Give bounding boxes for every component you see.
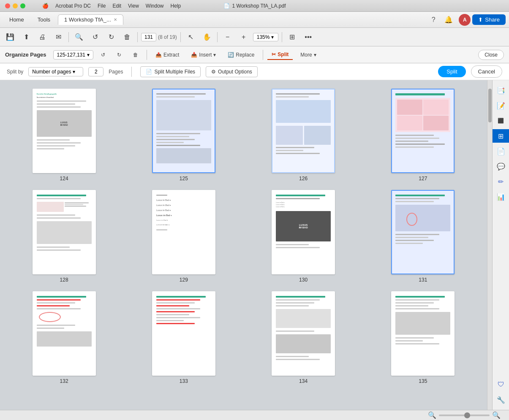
split-bar-divider	[131, 67, 132, 77]
page-thumb-125[interactable]: 125	[128, 89, 239, 182]
page-131-img	[395, 205, 450, 231]
maximize-window-button[interactable]	[20, 3, 25, 8]
share-button[interactable]: ⬆ Share	[472, 14, 506, 25]
split-by-selector[interactable]: Number of pages ▾	[28, 67, 83, 76]
extract-button[interactable]: 📤 Extract	[151, 50, 183, 60]
tab-active-document[interactable]: 1 Workshop TfA_... ✕	[58, 14, 123, 25]
page-thumb-133[interactable]: 133	[128, 291, 239, 384]
insert-button[interactable]: 📥 Insert ▾	[187, 50, 220, 60]
page-130-bar3	[276, 244, 309, 245]
page-134-bar1	[276, 296, 325, 298]
menu-app[interactable]: Acrobat Pro DC	[55, 3, 91, 9]
page-thumb-129[interactable]: Luxus im Bad ♦ Luxus im Bad ♦ Luxus im B…	[128, 190, 239, 283]
tab-tools[interactable]: Tools	[32, 15, 56, 24]
scrollbar-thumb[interactable]	[488, 89, 492, 122]
undo-organize-button[interactable]: ↺	[97, 50, 109, 60]
page-thumb-134[interactable]: 134	[248, 291, 359, 384]
pages-count-input[interactable]	[88, 67, 103, 76]
user-avatar[interactable]: A	[459, 14, 471, 26]
notifications-icon[interactable]: 🔔	[444, 15, 454, 25]
help-icon[interactable]: ?	[428, 15, 438, 25]
page-thumb-131[interactable]: 131	[367, 190, 479, 283]
tab-close-button[interactable]: ✕	[114, 17, 117, 22]
zoom-slider-input[interactable]	[439, 415, 490, 416]
menu-file[interactable]: File	[98, 3, 106, 9]
scrollbar[interactable]	[487, 80, 492, 410]
delete-pages-button[interactable]: 🗑	[129, 50, 142, 60]
right-panel-pdf-icon[interactable]: 📑	[494, 84, 508, 97]
zoom-out-button[interactable]: −	[221, 30, 234, 44]
print-button[interactable]: 🖨	[35, 30, 49, 44]
page-num-134: 134	[299, 378, 308, 384]
page-thumb-128[interactable]: 128	[8, 190, 120, 283]
close-organize-button[interactable]: Close	[478, 50, 504, 60]
right-panel-forms-icon[interactable]: 📊	[494, 190, 508, 203]
page-135-bar3	[395, 302, 434, 303]
right-panel-scan-icon[interactable]: ⬛	[494, 114, 508, 127]
layout-icon[interactable]: ⊞	[286, 30, 299, 44]
page-134-bar5	[276, 331, 314, 332]
page-thumb-124[interactable]: Korrekte Detailtypografie Das einfachste…	[8, 89, 120, 182]
page-128-col2-bar2	[65, 204, 84, 205]
page-number-input[interactable]	[141, 33, 156, 41]
bottom-bar: 🔍 🔍	[0, 410, 509, 420]
page-thumb-127[interactable]: 127	[367, 89, 479, 182]
page-124-bar5	[37, 142, 81, 144]
split-button[interactable]: ✂ Split	[267, 50, 293, 60]
replace-button[interactable]: 🔄 Replace	[223, 50, 259, 60]
page-127-cell2	[423, 100, 449, 115]
right-panel-organize-icon[interactable]: ⊞	[493, 129, 509, 143]
right-panel-protect-icon[interactable]: 🛡	[494, 378, 508, 391]
thumb-frame-132	[33, 291, 96, 376]
zoom-out-search-button[interactable]: 🔍	[72, 30, 86, 44]
page-thumb-130[interactable]: Luxus im Bad ♦ Luxus im Bad ♦ Luxus im B…	[248, 190, 359, 283]
output-options-button[interactable]: ⚙ Output Options	[206, 66, 258, 77]
redo-button[interactable]: ↻	[104, 30, 118, 44]
tab-home[interactable]: Home	[3, 15, 30, 24]
undo-button[interactable]: ↺	[88, 30, 102, 44]
apple-menu[interactable]: 🍎	[42, 3, 49, 9]
menu-window[interactable]: Window	[146, 3, 164, 9]
save-button[interactable]: 💾	[3, 30, 17, 44]
window-controls[interactable]	[5, 3, 25, 8]
page-range-selector[interactable]: 125-127,131 ▾	[53, 50, 93, 60]
split-action-button[interactable]: Split	[438, 66, 465, 77]
page-130-t1: Luxus im Bad ♦	[276, 202, 331, 203]
page-128-bar6	[37, 249, 81, 251]
more-options-button[interactable]: •••	[302, 30, 315, 44]
page-130-t3: Luxus im Bad ♦	[276, 206, 331, 208]
page-127-cell4	[423, 116, 449, 131]
menu-help[interactable]: Help	[171, 3, 181, 9]
page-130-text-area: Luxus im Bad ♦ Luxus im Bad ♦ Luxus im B…	[276, 202, 331, 208]
page-thumb-132[interactable]: 132	[8, 291, 120, 384]
minimize-window-button[interactable]	[13, 3, 18, 8]
delete-button[interactable]: 🗑	[120, 30, 134, 44]
right-panel-sign-icon[interactable]: ✏	[494, 175, 508, 188]
hand-tool-button[interactable]: ✋	[200, 30, 214, 44]
page-thumb-135[interactable]: 135	[367, 291, 479, 384]
menu-edit[interactable]: Edit	[112, 3, 121, 9]
zoom-in-button[interactable]: +	[237, 30, 250, 44]
split-multiple-files-button[interactable]: 📄 Split Multiple Files	[140, 66, 201, 77]
upload-button[interactable]: ⬆	[19, 30, 33, 44]
more-organize-button[interactable]: More ▾	[296, 50, 320, 60]
cursor-tool-button[interactable]: ↖	[184, 30, 198, 44]
page-thumb-126[interactable]: 126	[248, 89, 359, 182]
cancel-split-button[interactable]: Cancel	[471, 65, 502, 78]
page-num-127: 127	[419, 176, 427, 182]
page-126-img-row	[276, 126, 331, 145]
share-icon: ⬆	[478, 16, 483, 23]
page-num-135: 135	[419, 378, 427, 384]
zoom-level-selector[interactable]: 135% ▾	[253, 33, 278, 41]
org-divider-2	[263, 50, 263, 60]
redo-organize-button[interactable]: ↻	[113, 50, 125, 60]
zoom-slider-minus-icon[interactable]: 🔍	[428, 411, 436, 419]
right-panel-edit-icon[interactable]: 📝	[494, 99, 508, 112]
close-window-button[interactable]	[5, 3, 10, 8]
menu-view[interactable]: View	[128, 3, 139, 9]
email-button[interactable]: ✉	[52, 30, 65, 44]
right-panel-comment-icon[interactable]: 💬	[494, 160, 508, 173]
right-panel-tools-icon[interactable]: 🔧	[494, 393, 508, 406]
right-panel-export-icon[interactable]: 📄	[494, 144, 508, 158]
zoom-slider-plus-icon[interactable]: 🔍	[492, 411, 501, 419]
